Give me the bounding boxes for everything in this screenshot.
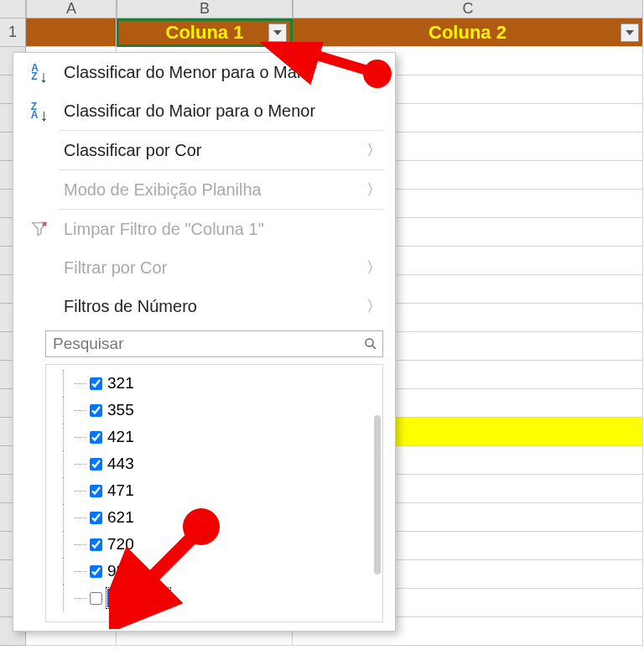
- chevron-down-icon: [273, 30, 282, 35]
- filter-value-label: 443: [107, 455, 134, 473]
- cell-C1-header-coluna2[interactable]: Coluna 2: [293, 18, 643, 47]
- select-all-corner[interactable]: [0, 0, 26, 18]
- filter-by-color-label: Filtrar por Cor: [64, 258, 355, 278]
- sort-ascending[interactable]: AZ↓ Classificar do Menor para o Maior: [13, 53, 395, 91]
- chevron-right-icon: 〉: [366, 296, 382, 316]
- filter-value-checkbox[interactable]: [90, 565, 102, 578]
- svg-point-0: [366, 339, 373, 346]
- filter-search-box[interactable]: [45, 330, 383, 357]
- filter-by-color: Filtrar por Cor 〉: [13, 248, 395, 287]
- filter-value-checkbox[interactable]: [90, 431, 102, 444]
- filter-value-label: 321: [107, 374, 134, 393]
- search-icon: [359, 336, 382, 351]
- filter-value-checkbox[interactable]: [90, 538, 102, 551]
- clear-filter-label: Limpar Filtro de "Coluna 1": [64, 220, 382, 239]
- filter-value-item[interactable]: 621: [58, 504, 364, 531]
- clear-filter-icon: [30, 220, 49, 238]
- filter-search-input[interactable]: [46, 335, 359, 353]
- number-filters[interactable]: Filtros de Número 〉: [13, 287, 395, 325]
- chevron-down-icon: [626, 30, 634, 35]
- filter-list-scrollbar[interactable]: [374, 415, 381, 575]
- col-header-B[interactable]: B: [117, 0, 293, 18]
- filter-value-item[interactable]: 443: [58, 450, 364, 477]
- filter-value-label: 621: [107, 508, 134, 527]
- header-coluna1-label: Coluna 1: [166, 22, 244, 44]
- filter-value-checkbox[interactable]: [90, 592, 102, 605]
- filter-value-label: 9876: [107, 562, 143, 580]
- sheet-view-mode: Modo de Exibição Planilha 〉: [13, 170, 395, 209]
- col-header-A[interactable]: A: [26, 0, 117, 18]
- row-header-1[interactable]: 1: [0, 18, 26, 47]
- filter-value-blanks[interactable]: (Vazias): [58, 585, 364, 611]
- filter-value-label: 720: [107, 535, 134, 554]
- number-filters-label: Filtros de Número: [64, 297, 355, 316]
- clear-filter: Limpar Filtro de "Coluna 1": [13, 210, 395, 248]
- filter-blanks-label: (Vazias): [107, 589, 169, 607]
- sort-by-color-label: Classificar por Cor: [64, 141, 355, 160]
- sort-descending[interactable]: ZA↓ Classificar do Maior para o Menor: [13, 91, 395, 130]
- filter-value-label: 421: [107, 428, 134, 446]
- filter-value-item[interactable]: 421: [58, 424, 364, 450]
- header-coluna2-label: Coluna 2: [428, 22, 506, 44]
- autofilter-dropdown: AZ↓ Classificar do Menor para o Maior ZA…: [13, 52, 396, 632]
- filter-value-checkbox[interactable]: [90, 377, 102, 390]
- sort-desc-icon: ZA↓: [31, 102, 49, 119]
- cell-A1[interactable]: [26, 18, 117, 47]
- filter-value-checkbox[interactable]: [90, 404, 102, 417]
- filter-value-item[interactable]: 9876: [58, 558, 364, 585]
- sort-by-color[interactable]: Classificar por Cor 〉: [13, 131, 395, 169]
- sort-ascending-label: Classificar do Menor para o Maior: [64, 63, 382, 82]
- cell-B1-header-coluna1[interactable]: Coluna 1: [117, 18, 293, 47]
- filter-value-item[interactable]: 321: [58, 370, 364, 397]
- sort-descending-label: Classificar do Maior para o Menor: [64, 101, 382, 121]
- filter-value-label: 355: [107, 401, 134, 419]
- filter-button-coluna2[interactable]: [621, 23, 639, 42]
- filter-button-coluna1[interactable]: [268, 23, 287, 42]
- col-header-C[interactable]: C: [293, 0, 643, 18]
- sort-asc-icon: AZ↓: [31, 64, 47, 81]
- filter-value-label: 471: [107, 481, 134, 500]
- sheet-view-mode-label: Modo de Exibição Planilha: [64, 180, 355, 200]
- filter-value-item[interactable]: 720: [58, 531, 364, 558]
- filter-value-checkbox[interactable]: [90, 512, 102, 524]
- filter-value-item[interactable]: 471: [58, 477, 364, 504]
- filter-value-checkbox[interactable]: [90, 458, 102, 471]
- filter-value-checkbox[interactable]: [90, 485, 102, 497]
- chevron-right-icon: 〉: [366, 179, 382, 200]
- chevron-right-icon: 〉: [366, 140, 382, 160]
- chevron-right-icon: 〉: [366, 257, 382, 278]
- filter-value-item[interactable]: 355: [58, 397, 364, 424]
